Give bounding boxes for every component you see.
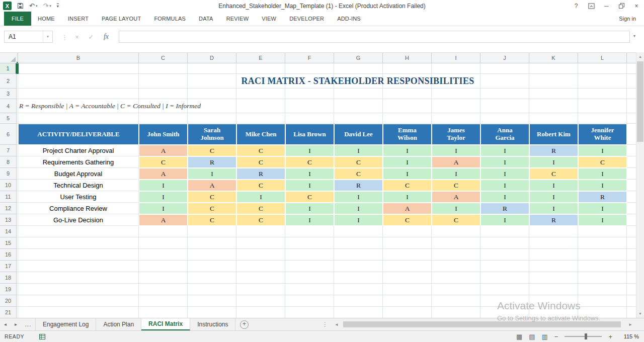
raci-header-cell[interactable]: Jennifer White xyxy=(578,124,627,145)
raci-value-cell[interactable]: C xyxy=(578,156,627,168)
column-header-B[interactable]: B xyxy=(18,53,139,63)
ribbon-tab-file[interactable]: FILE xyxy=(4,12,31,26)
column-header-D[interactable]: D xyxy=(188,53,236,63)
column-header-I[interactable]: I xyxy=(432,53,480,63)
raci-value-cell[interactable]: C xyxy=(285,191,334,203)
ribbon-tab-home[interactable]: HOME xyxy=(31,12,61,26)
row-header-6[interactable]: 6 xyxy=(0,124,17,145)
row-header-10[interactable]: 10 xyxy=(0,180,17,191)
raci-header-cell[interactable]: Mike Chen xyxy=(236,124,285,145)
ribbon-tab-add-ins[interactable]: ADD-INS xyxy=(331,12,367,26)
raci-value-cell[interactable]: R xyxy=(480,203,529,214)
page-layout-view-button[interactable]: ▤ xyxy=(529,333,535,340)
ribbon-tab-data[interactable]: DATA xyxy=(192,12,220,26)
row-header-12[interactable]: 12 xyxy=(0,203,17,214)
raci-activity-cell[interactable]: Go-Live Decision xyxy=(18,214,139,226)
ribbon-tab-formulas[interactable]: FORMULAS xyxy=(147,12,192,26)
raci-value-cell[interactable]: I xyxy=(578,180,627,191)
raci-value-cell[interactable]: C xyxy=(188,191,236,203)
sheet-tab-engagement-log[interactable]: Engagement Log xyxy=(36,318,96,330)
raci-value-cell[interactable]: A xyxy=(383,203,432,214)
raci-value-cell[interactable]: I xyxy=(529,180,578,191)
raci-value-cell[interactable]: R xyxy=(334,180,383,191)
raci-value-cell[interactable]: C xyxy=(529,168,578,180)
sheet-tab-raci-matrix[interactable]: RACI Matrix xyxy=(141,318,190,330)
raci-value-cell[interactable]: I xyxy=(139,191,188,203)
row-header-20[interactable]: 20 xyxy=(0,295,17,307)
raci-activity-cell[interactable]: Technical Design xyxy=(18,180,139,191)
ribbon-tab-page-layout[interactable]: PAGE LAYOUT xyxy=(95,12,147,26)
raci-activity-cell[interactable]: Compliance Review xyxy=(18,203,139,214)
page-break-view-button[interactable]: ▥ xyxy=(542,333,548,340)
column-header-C[interactable]: C xyxy=(139,53,188,63)
raci-value-cell[interactable]: I xyxy=(383,145,432,156)
raci-value-cell[interactable]: I xyxy=(334,191,383,203)
vscroll-thumb[interactable] xyxy=(637,61,643,142)
raci-value-cell[interactable]: C xyxy=(383,214,432,226)
raci-value-cell[interactable]: I xyxy=(383,168,432,180)
raci-header-cell[interactable]: David Lee xyxy=(334,124,383,145)
raci-value-cell[interactable]: R xyxy=(188,156,236,168)
row-header-18[interactable]: 18 xyxy=(0,272,17,284)
raci-header-cell[interactable]: John Smith xyxy=(139,124,188,145)
raci-header-cell[interactable]: Lisa Brown xyxy=(285,124,334,145)
hscroll-right-icon[interactable]: ► xyxy=(626,318,635,330)
raci-value-cell[interactable]: A xyxy=(139,145,188,156)
zoom-slider[interactable] xyxy=(565,336,602,337)
raci-value-cell[interactable]: I xyxy=(578,168,627,180)
restore-button[interactable] xyxy=(614,0,629,12)
raci-header-cell[interactable]: Emma Wilson xyxy=(383,124,432,145)
row-header-3[interactable]: 3 xyxy=(0,89,17,99)
raci-value-cell[interactable]: C xyxy=(285,156,334,168)
raci-value-cell[interactable]: I xyxy=(285,168,334,180)
row-header-14[interactable]: 14 xyxy=(0,226,17,237)
raci-value-cell[interactable]: C xyxy=(188,214,236,226)
raci-value-cell[interactable]: I xyxy=(236,191,285,203)
formula-input[interactable] xyxy=(119,31,630,43)
raci-value-cell[interactable]: C xyxy=(432,180,480,191)
raci-activity-cell[interactable]: User Testing xyxy=(18,191,139,203)
raci-value-cell[interactable]: I xyxy=(480,156,529,168)
insert-function-button[interactable]: fx xyxy=(100,31,113,43)
raci-value-cell[interactable]: I xyxy=(285,214,334,226)
raci-value-cell[interactable]: I xyxy=(383,191,432,203)
formula-bar-expand-icon[interactable]: ▾ xyxy=(633,34,635,38)
row-header-21[interactable]: 21 xyxy=(0,307,17,318)
macro-record-button[interactable] xyxy=(39,334,45,339)
sheet-title-cell[interactable]: RACI MATRIX - STAKEHOLDER RESPONSIBILITI… xyxy=(18,74,627,89)
raci-value-cell[interactable]: C xyxy=(334,156,383,168)
excel-app-icon[interactable]: X xyxy=(3,2,12,10)
minimize-button[interactable]: ─ xyxy=(599,0,614,12)
raci-value-cell[interactable]: I xyxy=(578,203,627,214)
ribbon-tab-developer[interactable]: DEVELOPER xyxy=(283,12,331,26)
raci-value-cell[interactable]: I xyxy=(432,168,480,180)
raci-value-cell[interactable]: C xyxy=(432,214,480,226)
row-header-11[interactable]: 11 xyxy=(0,191,17,203)
more-sheets-button[interactable]: ... xyxy=(21,318,35,330)
undo-button[interactable]: ↶ ▾ xyxy=(29,3,37,9)
raci-value-cell[interactable]: I xyxy=(432,145,480,156)
row-header-15[interactable]: 15 xyxy=(0,237,17,249)
raci-value-cell[interactable]: C xyxy=(236,180,285,191)
raci-value-cell[interactable]: I xyxy=(578,214,627,226)
column-header-H[interactable]: H xyxy=(383,53,432,63)
new-sheet-button[interactable]: + xyxy=(235,318,253,330)
raci-value-cell[interactable]: I xyxy=(578,145,627,156)
raci-value-cell[interactable]: A xyxy=(139,168,188,180)
raci-value-cell[interactable]: C xyxy=(236,156,285,168)
column-header-G[interactable]: G xyxy=(334,53,383,63)
raci-value-cell[interactable]: I xyxy=(383,156,432,168)
raci-value-cell[interactable]: C xyxy=(383,180,432,191)
raci-value-cell[interactable]: A xyxy=(432,191,480,203)
raci-header-cell[interactable]: James Taylor xyxy=(432,124,480,145)
qat-customize-button[interactable]: ▾ xyxy=(57,4,59,9)
scroll-up-icon[interactable]: ▲ xyxy=(636,52,644,61)
raci-value-cell[interactable]: C xyxy=(188,203,236,214)
raci-activity-cell[interactable]: Requirements Gathering xyxy=(18,156,139,168)
column-header-K[interactable]: K xyxy=(529,53,578,63)
column-header-L[interactable]: L xyxy=(578,53,627,63)
zoom-out-button[interactable]: − xyxy=(554,333,558,340)
raci-value-cell[interactable]: I xyxy=(334,203,383,214)
raci-value-cell[interactable]: I xyxy=(285,145,334,156)
raci-value-cell[interactable]: R xyxy=(529,145,578,156)
